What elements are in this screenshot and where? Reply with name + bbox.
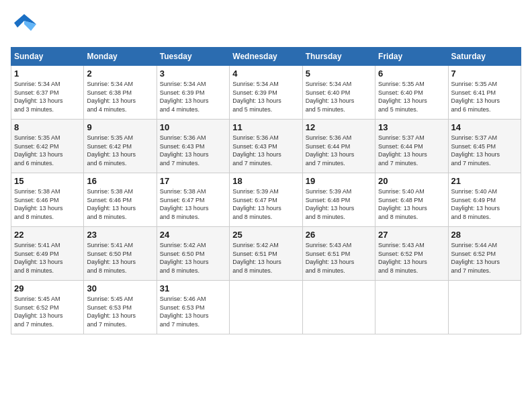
day-number: 23	[87, 230, 153, 240]
calendar-week-1: 1Sunrise: 5:34 AM Sunset: 6:37 PM Daylig…	[11, 66, 521, 120]
day-number: 16	[87, 176, 153, 186]
calendar-cell: 14Sunrise: 5:37 AM Sunset: 6:45 PM Dayli…	[448, 120, 521, 173]
day-number: 2	[87, 68, 153, 79]
day-info: Sunrise: 5:45 AM Sunset: 6:52 PM Dayligh…	[14, 295, 81, 328]
calendar-cell: 26Sunrise: 5:43 AM Sunset: 6:51 PM Dayli…	[302, 227, 375, 281]
day-number: 21	[451, 176, 518, 186]
calendar-cell: 8Sunrise: 5:35 AM Sunset: 6:42 PM Daylig…	[11, 120, 84, 173]
header	[11, 11, 521, 42]
calendar-cell: 5Sunrise: 5:34 AM Sunset: 6:40 PM Daylig…	[302, 66, 375, 120]
day-info: Sunrise: 5:38 AM Sunset: 6:46 PM Dayligh…	[14, 187, 81, 221]
calendar-cell: 22Sunrise: 5:41 AM Sunset: 6:49 PM Dayli…	[11, 227, 84, 281]
calendar-header-row: Sunday Monday Tuesday Wednesday Thursday…	[11, 48, 521, 66]
day-info: Sunrise: 5:34 AM Sunset: 6:38 PM Dayligh…	[87, 80, 153, 113]
day-info: Sunrise: 5:35 AM Sunset: 6:42 PM Dayligh…	[14, 134, 81, 167]
day-info: Sunrise: 5:43 AM Sunset: 6:52 PM Dayligh…	[378, 241, 445, 275]
calendar-week-3: 15Sunrise: 5:38 AM Sunset: 6:46 PM Dayli…	[11, 173, 521, 227]
day-info: Sunrise: 5:44 AM Sunset: 6:52 PM Dayligh…	[451, 241, 518, 275]
bird-svg	[11, 11, 38, 38]
day-number: 11	[232, 122, 299, 132]
day-info: Sunrise: 5:34 AM Sunset: 6:39 PM Dayligh…	[160, 80, 226, 113]
day-info: Sunrise: 5:35 AM Sunset: 6:40 PM Dayligh…	[378, 80, 445, 113]
day-number: 17	[160, 176, 226, 186]
calendar-cell: 9Sunrise: 5:35 AM Sunset: 6:42 PM Daylig…	[84, 120, 157, 173]
page-container: Sunday Monday Tuesday Wednesday Thursday…	[11, 11, 521, 334]
col-tuesday: Tuesday	[157, 48, 229, 66]
calendar-cell: 1Sunrise: 5:34 AM Sunset: 6:37 PM Daylig…	[11, 66, 84, 120]
day-info: Sunrise: 5:40 AM Sunset: 6:48 PM Dayligh…	[378, 187, 445, 221]
calendar-cell: 7Sunrise: 5:35 AM Sunset: 6:41 PM Daylig…	[448, 66, 521, 120]
calendar-cell: 2Sunrise: 5:34 AM Sunset: 6:38 PM Daylig…	[84, 66, 157, 120]
day-number: 27	[378, 230, 445, 240]
calendar-cell	[375, 281, 448, 334]
day-number: 31	[160, 283, 226, 293]
day-info: Sunrise: 5:36 AM Sunset: 6:43 PM Dayligh…	[160, 134, 226, 167]
logo	[11, 11, 42, 42]
calendar-cell: 23Sunrise: 5:41 AM Sunset: 6:50 PM Dayli…	[84, 227, 157, 281]
calendar-cell: 11Sunrise: 5:36 AM Sunset: 6:43 PM Dayli…	[230, 120, 302, 173]
calendar-cell: 12Sunrise: 5:36 AM Sunset: 6:44 PM Dayli…	[302, 120, 375, 173]
day-info: Sunrise: 5:41 AM Sunset: 6:50 PM Dayligh…	[87, 241, 153, 275]
calendar-cell: 10Sunrise: 5:36 AM Sunset: 6:43 PM Dayli…	[157, 120, 229, 173]
calendar-week-4: 22Sunrise: 5:41 AM Sunset: 6:49 PM Dayli…	[11, 227, 521, 281]
calendar-cell: 30Sunrise: 5:45 AM Sunset: 6:53 PM Dayli…	[84, 281, 157, 334]
calendar-cell: 15Sunrise: 5:38 AM Sunset: 6:46 PM Dayli…	[11, 173, 84, 227]
calendar-cell: 3Sunrise: 5:34 AM Sunset: 6:39 PM Daylig…	[157, 66, 229, 120]
day-number: 19	[306, 176, 372, 186]
calendar-cell: 20Sunrise: 5:40 AM Sunset: 6:48 PM Dayli…	[375, 173, 448, 227]
calendar-cell	[448, 281, 521, 334]
day-number: 28	[451, 230, 518, 240]
day-info: Sunrise: 5:34 AM Sunset: 6:39 PM Dayligh…	[232, 80, 299, 113]
day-info: Sunrise: 5:36 AM Sunset: 6:44 PM Dayligh…	[306, 134, 372, 167]
calendar-cell: 25Sunrise: 5:42 AM Sunset: 6:51 PM Dayli…	[230, 227, 302, 281]
calendar-cell: 31Sunrise: 5:46 AM Sunset: 6:53 PM Dayli…	[157, 281, 229, 334]
calendar-cell: 6Sunrise: 5:35 AM Sunset: 6:40 PM Daylig…	[375, 66, 448, 120]
day-number: 7	[451, 68, 518, 79]
calendar-cell	[302, 281, 375, 334]
day-number: 3	[160, 68, 226, 79]
col-saturday: Saturday	[448, 48, 521, 66]
day-info: Sunrise: 5:39 AM Sunset: 6:48 PM Dayligh…	[306, 187, 372, 221]
day-info: Sunrise: 5:37 AM Sunset: 6:45 PM Dayligh…	[451, 134, 518, 167]
day-info: Sunrise: 5:37 AM Sunset: 6:44 PM Dayligh…	[378, 134, 445, 167]
day-number: 8	[14, 122, 81, 132]
day-info: Sunrise: 5:36 AM Sunset: 6:43 PM Dayligh…	[232, 134, 299, 167]
day-number: 4	[232, 68, 299, 79]
day-info: Sunrise: 5:38 AM Sunset: 6:47 PM Dayligh…	[160, 187, 226, 221]
day-number: 18	[232, 176, 299, 186]
calendar-cell	[230, 281, 302, 334]
col-friday: Friday	[375, 48, 448, 66]
day-number: 20	[378, 176, 445, 186]
calendar-cell: 21Sunrise: 5:40 AM Sunset: 6:49 PM Dayli…	[448, 173, 521, 227]
logo-bird-icon	[11, 11, 38, 42]
calendar-week-5: 29Sunrise: 5:45 AM Sunset: 6:52 PM Dayli…	[11, 281, 521, 334]
day-info: Sunrise: 5:34 AM Sunset: 6:37 PM Dayligh…	[14, 80, 81, 113]
day-number: 12	[306, 122, 372, 132]
calendar-cell: 13Sunrise: 5:37 AM Sunset: 6:44 PM Dayli…	[375, 120, 448, 173]
col-wednesday: Wednesday	[230, 48, 302, 66]
calendar-cell: 29Sunrise: 5:45 AM Sunset: 6:52 PM Dayli…	[11, 281, 84, 334]
day-info: Sunrise: 5:34 AM Sunset: 6:40 PM Dayligh…	[306, 80, 372, 113]
day-number: 10	[160, 122, 226, 132]
calendar-cell: 4Sunrise: 5:34 AM Sunset: 6:39 PM Daylig…	[230, 66, 302, 120]
col-thursday: Thursday	[302, 48, 375, 66]
day-info: Sunrise: 5:43 AM Sunset: 6:51 PM Dayligh…	[306, 241, 372, 275]
day-info: Sunrise: 5:42 AM Sunset: 6:50 PM Dayligh…	[160, 241, 226, 275]
day-number: 1	[14, 68, 81, 79]
col-sunday: Sunday	[11, 48, 84, 66]
day-info: Sunrise: 5:41 AM Sunset: 6:49 PM Dayligh…	[14, 241, 81, 275]
day-info: Sunrise: 5:40 AM Sunset: 6:49 PM Dayligh…	[451, 187, 518, 221]
calendar-cell: 17Sunrise: 5:38 AM Sunset: 6:47 PM Dayli…	[157, 173, 229, 227]
day-number: 29	[14, 283, 81, 293]
day-info: Sunrise: 5:45 AM Sunset: 6:53 PM Dayligh…	[87, 295, 153, 328]
calendar-cell: 27Sunrise: 5:43 AM Sunset: 6:52 PM Dayli…	[375, 227, 448, 281]
day-number: 25	[232, 230, 299, 240]
calendar-cell: 24Sunrise: 5:42 AM Sunset: 6:50 PM Dayli…	[157, 227, 229, 281]
calendar-cell: 16Sunrise: 5:38 AM Sunset: 6:46 PM Dayli…	[84, 173, 157, 227]
calendar-cell: 28Sunrise: 5:44 AM Sunset: 6:52 PM Dayli…	[448, 227, 521, 281]
day-info: Sunrise: 5:35 AM Sunset: 6:41 PM Dayligh…	[451, 80, 518, 113]
day-number: 26	[306, 230, 372, 240]
calendar-cell: 19Sunrise: 5:39 AM Sunset: 6:48 PM Dayli…	[302, 173, 375, 227]
day-info: Sunrise: 5:35 AM Sunset: 6:42 PM Dayligh…	[87, 134, 153, 167]
calendar-week-2: 8Sunrise: 5:35 AM Sunset: 6:42 PM Daylig…	[11, 120, 521, 173]
